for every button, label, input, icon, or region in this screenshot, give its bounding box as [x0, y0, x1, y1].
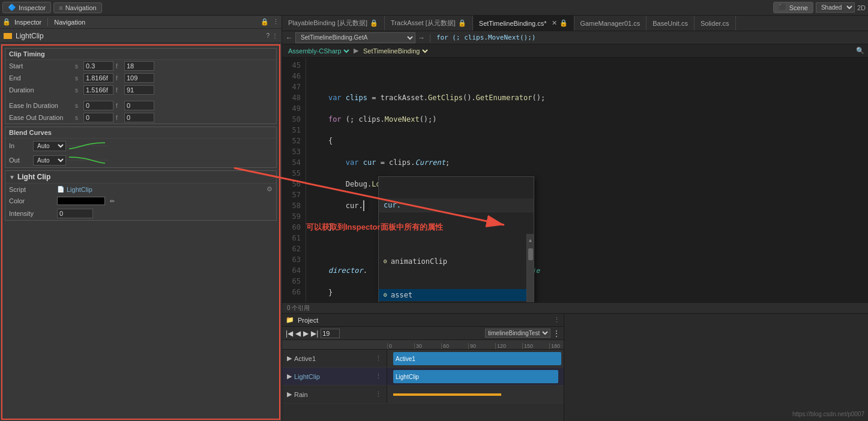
start-f-unit: f [116, 63, 122, 70]
ac-item-animationClip[interactable]: ⚙ animationClip [379, 255, 526, 267]
color-picker-btn[interactable]: ✏ [110, 198, 115, 205]
curve-out-dropdown[interactable]: Auto [33, 155, 66, 166]
ease-in-s-input[interactable] [83, 101, 113, 110]
code-l52: } [311, 223, 333, 231]
track-content-active1[interactable]: Active1 [387, 350, 564, 367]
end-field-row: End s f [5, 72, 276, 84]
nav-back-btn[interactable]: ← [286, 34, 293, 42]
light-clip-header: ▼ Light Clip [5, 171, 276, 184]
track-row-rain: ▶ Rain ⋮ [282, 386, 564, 404]
object-title-bar: LightClip ? ⋮ [0, 29, 282, 43]
obj-controls: ? ⋮ [266, 32, 278, 39]
end-f-input[interactable] [124, 73, 154, 83]
tl-more-btn[interactable]: ⋮ [553, 329, 560, 338]
tl-frame-input[interactable] [321, 329, 340, 338]
line-54: 54 [282, 157, 306, 168]
code-content[interactable]: var clips = trackAsset.GetClips().GetEnu… [306, 58, 868, 302]
header-menu-btn[interactable]: ⋮ [273, 18, 279, 26]
tab-track-asset[interactable]: TrackAsset [从元数据] 🔒 [385, 16, 473, 31]
track-content-lightclip[interactable]: LightClip LightC [387, 368, 564, 385]
script-settings-icon[interactable]: ⚙ [267, 185, 273, 193]
autocomplete-popup: cur. ⚙ animationClip ⚙ asset [378, 176, 534, 302]
duration-label: Duration [9, 86, 75, 94]
ease-out-s-input[interactable] [83, 113, 113, 122]
shaded-dropdown[interactable]: Shaded [816, 2, 855, 13]
navigation-tab-label: Navigation [65, 4, 97, 11]
line-61: 61 [282, 233, 306, 243]
tl-prev-frame-btn[interactable]: ◀ [295, 329, 301, 338]
track-more-lightclip[interactable]: ⋮ [375, 372, 382, 380]
collapse-arrow-icon[interactable]: ▼ [9, 174, 15, 181]
navigation-tab[interactable]: ≡ Navigation [53, 2, 101, 13]
timeline-more-btn[interactable]: ⋮ [553, 316, 560, 324]
track-more-rain[interactable]: ⋮ [375, 390, 382, 398]
track-clip-active1[interactable]: Active1 [393, 352, 561, 365]
assembly-select[interactable]: Assembly-CSharp [286, 47, 351, 55]
method-select[interactable]: SetTimelineBinding.GetA [295, 32, 415, 43]
tab-gamemanager[interactable]: GameManager01.cs [574, 16, 647, 31]
tab-baseunit[interactable]: BaseUnit.cs [646, 16, 695, 31]
script-label: Script [9, 186, 57, 193]
track-clip-rain[interactable] [393, 393, 501, 396]
tl-play-btn[interactable]: ▶ [303, 329, 309, 338]
ac-scroll-up-btn[interactable]: ▲ [529, 235, 532, 246]
track-collapse-rain[interactable]: ▶ [287, 390, 292, 398]
reference-bar: 0 个引用 [282, 302, 868, 313]
tl-next-frame-btn[interactable]: ▶| [311, 329, 318, 338]
tab-gamemanager-label: GameManager01.cs [580, 20, 640, 27]
ac-scroll-thumb [528, 248, 533, 260]
ease-out-f-input[interactable] [124, 113, 154, 122]
scene-tab[interactable]: ⬛ Scene [773, 2, 813, 13]
color-label: Color [9, 197, 57, 205]
start-s-input[interactable] [83, 61, 113, 71]
line-59: 59 [282, 211, 306, 222]
duration-s-unit: s [75, 87, 81, 94]
track-collapse-lightclip[interactable]: ▶ [287, 372, 292, 380]
ease-in-f-input[interactable] [124, 101, 154, 110]
track-content-rain[interactable] [387, 386, 564, 403]
main-layout: 🔒 Inspector Navigation 🔒 ⋮ LightClip ? ⋮… [0, 16, 868, 421]
tab-set-timeline[interactable]: SetTimelineBinding.cs* ✕ 🔒 [473, 16, 574, 31]
start-f-input[interactable] [124, 61, 154, 71]
class-method-select[interactable]: SetTimelineBinding [361, 47, 430, 55]
curve-in-dropdown[interactable]: Auto [33, 141, 66, 151]
tl-binding-select[interactable]: timelineBindingTest [485, 329, 550, 338]
duration-f-input[interactable] [124, 85, 154, 95]
ac-list-container: ⚙ animationClip ⚙ asset ⚙ [379, 234, 534, 302]
code-class-bar: Assembly-CSharp ▶ SetTimelineBinding 🔍 [282, 44, 868, 58]
track-clip-lightclip1[interactable]: LightClip [393, 370, 558, 383]
track-label-rain: ▶ Rain ⋮ [282, 386, 387, 403]
duration-f-unit: f [116, 87, 122, 94]
track-name-rain: Rain [294, 391, 308, 398]
code-tabs: PlayableBinding [从元数据] 🔒 TrackAsset [从元数… [282, 16, 868, 31]
header-lock-btn[interactable]: 🔒 [261, 18, 269, 26]
ac-item-asset[interactable]: ⚙ asset [379, 289, 526, 301]
center-right-area: PlayableBinding [从元数据] 🔒 TrackAsset [从元数… [282, 16, 868, 421]
blend-curves-header: Blend Curves [5, 127, 276, 139]
color-swatch[interactable] [57, 197, 105, 205]
line-65: 65 [282, 276, 306, 287]
tl-goto-start-btn[interactable]: |◀ [286, 329, 293, 338]
line-56: 56 [282, 179, 306, 190]
tab-solider[interactable]: Solider.cs [695, 16, 736, 31]
duration-s-input[interactable] [83, 85, 113, 95]
obj-help-btn[interactable]: ? [266, 32, 270, 39]
track-collapse-active1[interactable]: ▶ [287, 354, 292, 362]
inspector-tab[interactable]: 🔷 Inspector [2, 2, 51, 13]
tab-playable-binding[interactable]: PlayableBinding [从元数据] 🔒 [282, 16, 385, 31]
timeline-ruler: 0 30 60 90 120 150 180 [282, 340, 564, 350]
ruler-30: 30 [414, 343, 441, 349]
track-more-active1[interactable]: ⋮ [375, 354, 382, 362]
object-name: LightClip [16, 32, 262, 40]
ac-header: cur. [379, 199, 534, 212]
tab-set-timeline-close[interactable]: ✕ [552, 19, 557, 27]
obj-menu-btn[interactable]: ⋮ [272, 32, 278, 39]
script-name: LightClip [67, 186, 92, 193]
nav-forward-btn[interactable]: → [418, 34, 425, 42]
global-search-icon[interactable]: 🔍 [856, 47, 864, 55]
end-s-input[interactable] [83, 73, 113, 83]
intensity-input[interactable] [57, 209, 93, 218]
project-label: Project [298, 317, 318, 324]
code-l48: { [311, 137, 333, 145]
ruler-marks: 0 30 60 90 120 150 180 [387, 343, 576, 349]
